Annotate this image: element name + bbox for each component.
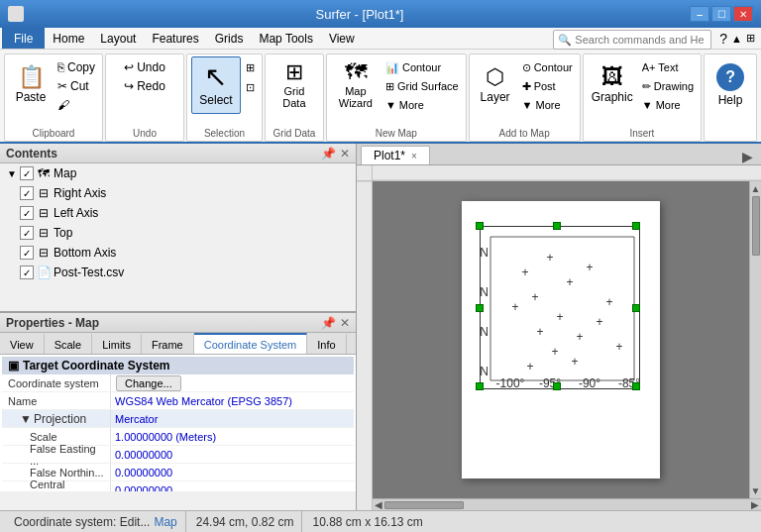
left-axis-checkbox[interactable]: ✓ — [20, 206, 34, 220]
scroll-v-thumb[interactable] — [752, 196, 760, 256]
more-layers-btn[interactable]: ▼ More — [519, 96, 576, 114]
bottom-axis-checkbox[interactable]: ✓ — [20, 246, 34, 260]
layer-button[interactable]: ⬡ Layer — [474, 56, 517, 114]
search-box[interactable]: 🔍 — [553, 30, 711, 50]
handle-tl[interactable] — [476, 222, 484, 230]
tree-item-data-file[interactable]: ✓ 📄 Post-Test.csv — [0, 263, 356, 282]
tree-item-bottom-axis[interactable]: ✓ ⊟ Bottom Axis — [0, 243, 356, 263]
handle-mr[interactable] — [632, 304, 640, 312]
map-checkbox[interactable]: ✓ — [20, 166, 34, 180]
select-extra-btn1[interactable]: ⊞ — [243, 58, 258, 76]
restore-button[interactable]: ☐ — [711, 6, 731, 22]
expand-projection-icon[interactable]: ▼ — [20, 412, 32, 426]
tab-coordinate-system[interactable]: Coordinate System — [194, 333, 308, 354]
ruler-area — [357, 165, 373, 510]
redo-button[interactable]: ↪ Redo — [121, 77, 168, 95]
handle-br[interactable] — [632, 382, 640, 390]
menu-layout[interactable]: Layout — [92, 28, 144, 49]
top-axis-checkbox[interactable]: ✓ — [20, 226, 34, 240]
post-layer-btn[interactable]: ✚ Post — [519, 77, 576, 95]
menu-grids[interactable]: Grids — [207, 28, 252, 49]
props-close-icon[interactable]: ✕ — [340, 316, 350, 330]
svg-text:+: + — [596, 315, 602, 329]
pin-icon[interactable]: 📌 — [321, 147, 336, 160]
contour-layer-btn[interactable]: ⊙ Contour — [519, 58, 576, 76]
more-maps-btn[interactable]: ▼ More — [382, 96, 462, 114]
menu-home[interactable]: Home — [45, 28, 92, 49]
contents-header: Contents 📌 ✕ — [0, 144, 356, 163]
help-button[interactable]: ? Help — [708, 56, 752, 114]
help-icon-menu[interactable]: ? — [719, 31, 727, 47]
tab-scale[interactable]: Scale — [45, 333, 93, 354]
graphic-button[interactable]: 🖼 Graphic — [588, 56, 637, 114]
select-extra-btn2[interactable]: ⊡ — [243, 78, 258, 96]
handle-tr[interactable] — [632, 222, 640, 230]
tab-frame[interactable]: Frame — [142, 333, 194, 354]
data-file-checkbox[interactable]: ✓ — [20, 266, 34, 279]
menu-view[interactable]: View — [321, 28, 363, 49]
change-coord-button[interactable]: Change... — [116, 375, 181, 391]
window-controls[interactable]: ‒ ☐ ✕ — [690, 6, 753, 22]
tree-item-top-axis[interactable]: ✓ ⊟ Top — [0, 223, 356, 243]
canvas-scroll-right-icon[interactable]: ▶ — [738, 149, 757, 164]
drawing-btn[interactable]: ✏ Drawing — [639, 77, 697, 95]
scroll-up-icon[interactable]: ▲ — [751, 183, 761, 194]
contents-close-icon[interactable]: ✕ — [340, 147, 350, 160]
tab-limits[interactable]: Limits — [92, 333, 142, 354]
handle-bc[interactable] — [553, 382, 561, 390]
canvas-tab-plot1[interactable]: Plot1* × — [361, 146, 430, 164]
undo-buttons: ↩ Undo ↪ Redo — [121, 56, 168, 116]
props-row-projection[interactable]: ▼ Projection Mercator — [2, 410, 354, 428]
text-btn[interactable]: A+ Text — [639, 58, 697, 76]
grid-data-button[interactable]: ⊞ Grid Data — [270, 56, 319, 114]
tree-item-right-axis[interactable]: ✓ ⊟ Right Axis — [0, 183, 356, 203]
undo-button[interactable]: ↩ Undo — [121, 58, 168, 76]
scrollbar-vertical[interactable]: ▲ ▼ — [749, 181, 761, 498]
grid-data-buttons: ⊞ Grid Data — [270, 56, 319, 116]
handle-tc[interactable] — [553, 222, 561, 230]
format-painter-button[interactable]: 🖌 — [54, 96, 98, 114]
minimize-button[interactable]: ‒ — [690, 6, 709, 22]
grid-map-btn[interactable]: ⊞ Grid Surface — [382, 77, 462, 95]
tree-item-map[interactable]: ▼ ✓ 🗺 Map — [0, 163, 356, 183]
svg-text:+: + — [551, 345, 558, 359]
scroll-down-icon[interactable]: ▼ — [751, 485, 761, 496]
contour-map-btn[interactable]: 📊 Contour — [382, 58, 462, 76]
properties-header-icons[interactable]: 📌 ✕ — [321, 316, 350, 330]
scroll-right-icon[interactable]: ▶ — [751, 499, 759, 510]
canvas-tab-close-icon[interactable]: × — [411, 151, 417, 161]
scroll-left-icon[interactable]: ◀ — [375, 499, 382, 510]
tab-info[interactable]: Info — [307, 333, 346, 354]
more-insert-btn[interactable]: ▼ More — [639, 96, 697, 114]
tab-view[interactable]: View — [0, 333, 45, 354]
props-section-target-coord[interactable]: ▣ Target Coordinate System — [2, 357, 354, 374]
select-button[interactable]: ↖ Select — [191, 56, 241, 114]
plot-paper: + + + + + + + + + + — [462, 201, 660, 479]
redo-icon: ↪ — [124, 79, 134, 93]
search-input[interactable] — [575, 34, 704, 46]
pin-icon-props[interactable]: 📌 — [321, 316, 336, 330]
menu-features[interactable]: Features — [144, 28, 206, 49]
menu-file[interactable]: File — [2, 28, 45, 49]
tree-item-left-axis[interactable]: ✓ ⊟ Left Axis — [0, 203, 356, 223]
tree-expand-map[interactable]: ▼ — [4, 168, 20, 179]
close-button[interactable]: ✕ — [733, 6, 753, 22]
handle-bl[interactable] — [476, 382, 484, 390]
svg-text:+: + — [531, 290, 538, 304]
expand-icon[interactable]: ⊞ — [746, 32, 755, 45]
plot-area[interactable]: + + + + + + + + + + — [373, 181, 749, 498]
paste-button[interactable]: 📋 Paste — [9, 56, 53, 114]
right-axis-checkbox[interactable]: ✓ — [20, 186, 34, 200]
contents-header-icons[interactable]: 📌 ✕ — [321, 147, 350, 160]
status-map-link[interactable]: Map — [154, 515, 176, 529]
minimize-ribbon-icon[interactable]: ▲ — [731, 33, 742, 45]
scrollbar-horizontal[interactable]: ◀ ▶ — [373, 498, 761, 510]
copy-button[interactable]: ⎘ Copy — [54, 58, 98, 76]
title-bar: Surfer - [Plot1*] ‒ ☐ ✕ — [0, 0, 761, 28]
ruler-corner — [357, 165, 373, 181]
map-wizard-button[interactable]: 🗺 Map Wizard — [331, 56, 380, 114]
handle-ml[interactable] — [476, 304, 484, 312]
cut-button[interactable]: ✂ Cut — [54, 77, 98, 95]
menu-map-tools[interactable]: Map Tools — [251, 28, 320, 49]
scroll-h-thumb[interactable] — [384, 501, 464, 509]
